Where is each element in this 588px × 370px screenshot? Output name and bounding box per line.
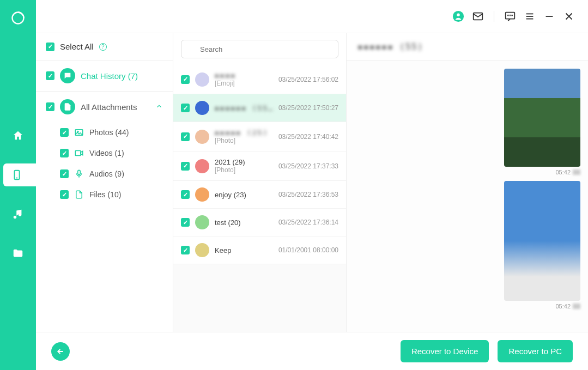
chat-item-time: 03/25/2022 17:56:02: [278, 76, 338, 83]
audios-checkbox[interactable]: [60, 169, 69, 178]
subitem-files[interactable]: Files (10): [60, 184, 173, 205]
chat-item-subtitle: [Photo]: [215, 137, 273, 144]
recover-pc-button[interactable]: Recover to PC: [498, 340, 573, 362]
nav-rail: [0, 0, 36, 370]
minimize-icon[interactable]: [543, 10, 555, 22]
chat-list-item[interactable]: ▪▪▪▪▪ (25)[Photo]03/25/2022 17:40:42: [173, 122, 346, 151]
svg-point-4: [457, 14, 460, 17]
app-logo: [10, 10, 26, 26]
chat-item-body: Keep: [215, 246, 273, 254]
help-icon[interactable]: ?: [99, 43, 107, 51]
content-row: Select All ? Chat History (7) All Attach: [36, 33, 588, 332]
file-icon: [74, 190, 84, 199]
select-all-label: Select All: [60, 42, 94, 51]
chat-item-checkbox[interactable]: [181, 246, 190, 254]
chat-item-checkbox[interactable]: [181, 218, 190, 227]
message-time: 05:42: [555, 169, 580, 175]
close-icon[interactable]: [563, 10, 575, 22]
chat-item-body: ▪▪▪▪[Emoji]: [215, 71, 273, 87]
mail-icon[interactable]: [472, 10, 484, 22]
chat-item-body: ▪▪▪▪▪ (25)[Photo]: [215, 129, 273, 144]
svg-point-8: [510, 15, 511, 16]
category-sidebar: Select All ? Chat History (7) All Attach: [36, 33, 173, 332]
chat-list-item[interactable]: ▪▪▪▪▪▪ (55)03/25/2022 17:50:27: [173, 94, 346, 122]
nav-device[interactable]: [3, 163, 36, 186]
chat-list-item[interactable]: ▪▪▪▪[Emoji]03/25/2022 17:56:02: [173, 65, 346, 94]
feedback-icon[interactable]: [504, 10, 516, 22]
avatar: [195, 159, 209, 173]
message[interactable]: 05:42: [504, 181, 580, 310]
detail-title: ▪▪▪▪▪▪ (55): [357, 42, 423, 52]
avatar: [195, 215, 209, 229]
message-image[interactable]: [504, 181, 580, 301]
avatar: [195, 243, 209, 257]
chat-list-item[interactable]: 2021 (29)[Photo]03/25/2022 17:37:33: [173, 151, 346, 181]
chat-item-checkbox[interactable]: [181, 162, 190, 171]
chat-history-checkbox[interactable]: [46, 71, 54, 80]
chat-list-item[interactable]: enjoy (23)03/25/2022 17:36:53: [173, 181, 346, 209]
window-topbar: [36, 0, 588, 33]
chat-item-checkbox[interactable]: [181, 75, 190, 84]
detail-panel: ▪▪▪▪▪▪ (55) 05:4205:42: [347, 33, 588, 332]
chat-item-checkbox[interactable]: [181, 190, 190, 199]
chat-list-panel: ▪▪▪▪[Emoji]03/25/2022 17:56:02▪▪▪▪▪▪ (55…: [173, 33, 347, 332]
search-wrap: [173, 33, 346, 65]
photos-label: Photos (44): [89, 128, 129, 137]
topbar-divider: [494, 11, 494, 22]
chat-item-title: 2021 (29): [215, 158, 273, 166]
category-attachments[interactable]: All Attachments: [36, 92, 173, 122]
chat-item-subtitle: [Photo]: [215, 166, 273, 174]
user-icon[interactable]: [452, 10, 464, 22]
chat-list: ▪▪▪▪[Emoji]03/25/2022 17:56:02▪▪▪▪▪▪ (55…: [173, 65, 346, 332]
chat-item-time: 03/25/2022 17:40:42: [278, 133, 338, 141]
avatar: [195, 72, 209, 87]
category-chat-history[interactable]: Chat History (7): [36, 60, 173, 92]
message-time: 05:42: [555, 303, 580, 310]
search-input[interactable]: [181, 40, 338, 58]
svg-point-9: [512, 15, 512, 16]
avatar: [195, 187, 209, 202]
nav-music[interactable]: [7, 203, 29, 226]
chat-list-item[interactable]: Keep01/01/2001 08:00:00: [173, 236, 346, 264]
attachments-icon: [60, 99, 75, 114]
videos-label: Videos (1): [89, 149, 124, 157]
photos-checkbox[interactable]: [60, 128, 69, 137]
chat-item-checkbox[interactable]: [181, 104, 190, 112]
chat-list-item[interactable]: test (20)03/25/2022 17:36:14: [173, 209, 346, 236]
files-label: Files (10): [89, 190, 121, 199]
chat-item-title: ▪▪▪▪▪ (25): [215, 129, 273, 137]
nav-rail-items: [0, 124, 36, 265]
obscured-icon: [573, 304, 580, 309]
chat-item-title: test (20): [215, 219, 273, 227]
back-button[interactable]: [51, 342, 70, 361]
menu-icon[interactable]: [524, 10, 536, 22]
chat-history-icon: [60, 68, 75, 83]
chat-item-time: 03/25/2022 17:36:14: [278, 219, 338, 226]
select-all-row[interactable]: Select All ?: [36, 33, 173, 60]
chat-item-time: 03/25/2022 17:36:53: [278, 191, 338, 198]
detail-header: ▪▪▪▪▪▪ (55): [347, 33, 588, 61]
nav-home[interactable]: [7, 124, 29, 147]
nav-folder[interactable]: [7, 242, 29, 265]
videos-checkbox[interactable]: [60, 149, 69, 157]
audios-label: Audios (9): [89, 169, 124, 178]
svg-point-7: [508, 15, 508, 16]
chat-history-label: Chat History (7): [81, 71, 138, 81]
chevron-up-icon: [155, 102, 163, 112]
recover-device-button[interactable]: Recover to Device: [401, 340, 489, 362]
audio-icon: [74, 169, 84, 179]
message[interactable]: 05:42: [504, 69, 580, 175]
bottom-bar: Recover to Device Recover to PC: [36, 332, 588, 370]
svg-rect-19: [78, 170, 81, 174]
files-checkbox[interactable]: [60, 190, 69, 199]
subitem-videos[interactable]: Videos (1): [60, 143, 173, 163]
subitem-audios[interactable]: Audios (9): [60, 163, 173, 184]
chat-item-title: ▪▪▪▪▪▪ (55): [215, 104, 273, 112]
select-all-checkbox[interactable]: [46, 43, 54, 51]
subitem-photos[interactable]: Photos (44): [60, 122, 173, 143]
attachments-label: All Attachments: [81, 102, 137, 112]
chat-item-time: 01/01/2001 08:00:00: [278, 246, 338, 254]
message-image[interactable]: [504, 69, 580, 167]
attachments-checkbox[interactable]: [46, 102, 54, 111]
chat-item-checkbox[interactable]: [181, 132, 190, 141]
